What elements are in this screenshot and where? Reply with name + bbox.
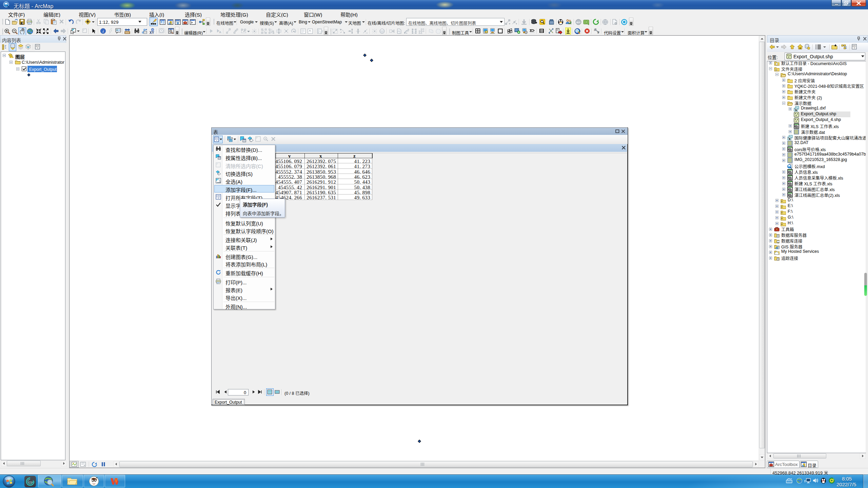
- svg-text:GS: GS: [28, 481, 32, 483]
- svg-text:A: A: [219, 30, 221, 34]
- svg-text:b: b: [597, 31, 599, 34]
- svg-text:BUY: BUY: [576, 21, 581, 23]
- svg-text:a: a: [594, 28, 596, 32]
- svg-text:XY: XY: [150, 31, 154, 35]
